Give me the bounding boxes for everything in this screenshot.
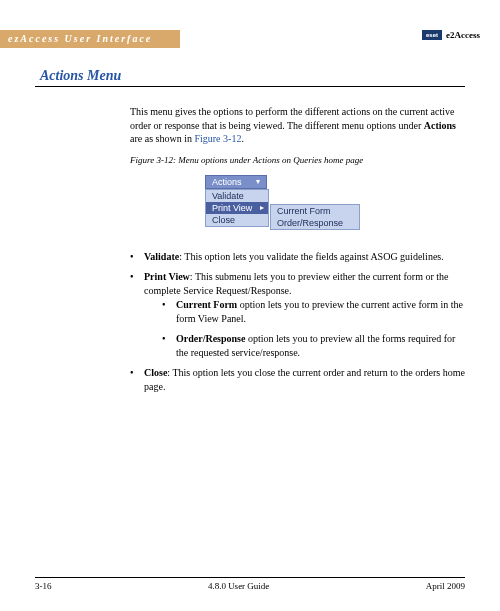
- figure-caption: Figure 3-12: Menu options under Actions …: [130, 155, 363, 165]
- sub-bullet-current-form: Current Form option lets you to preview …: [162, 298, 465, 326]
- menu-actions-label: Actions: [212, 177, 242, 187]
- footer-page: 3-16: [35, 581, 52, 591]
- footer: 3-16 4.8.0 User Guide April 2009: [35, 577, 465, 591]
- intro-text-b: are as shown in: [130, 133, 194, 144]
- submenu-order-response[interactable]: Order/Response: [271, 217, 359, 229]
- menu-item-print-view-label: Print View: [212, 203, 252, 213]
- logo: eset e2Access: [422, 30, 480, 40]
- bullet-print-view: Print View: This submenu lets you to pre…: [130, 270, 465, 360]
- bullet-close: Close: This option lets you close the cu…: [130, 366, 465, 394]
- sub-bullet-list: Current Form option lets you to preview …: [162, 298, 465, 360]
- bullet-close-text: : This option lets you close the current…: [144, 367, 465, 392]
- bullet-validate-text: : This option lets you validate the fiel…: [179, 251, 444, 262]
- intro-paragraph: This menu gives the options to perform t…: [130, 105, 465, 146]
- submenu: Current Form Order/Response: [270, 204, 360, 230]
- sub-bullet-order-response: Order/Response option lets you to previe…: [162, 332, 465, 360]
- bullet-list: Validate: This option lets you validate …: [130, 250, 465, 400]
- sub-bullet-current-form-bold: Current Form: [176, 299, 237, 310]
- menu-actions-button[interactable]: Actions ▾: [205, 175, 267, 189]
- bullet-validate: Validate: This option lets you validate …: [130, 250, 465, 264]
- section-title: Actions Menu: [40, 68, 121, 84]
- footer-center: 4.8.0 User Guide: [208, 581, 270, 591]
- menu-dropdown: Validate Print View ▸ Close Current Form…: [205, 189, 269, 227]
- header-band: ezAccess User Interface: [0, 30, 180, 48]
- menu-item-print-view[interactable]: Print View ▸: [206, 202, 268, 214]
- logo-text: e2Access: [446, 30, 480, 40]
- menu-item-validate[interactable]: Validate: [206, 190, 268, 202]
- chevron-down-icon: ▾: [256, 177, 260, 186]
- menu-figure: Actions ▾ Validate Print View ▸ Close Cu…: [205, 175, 269, 227]
- title-rule: [35, 86, 465, 87]
- chevron-right-icon: ▸: [260, 203, 264, 212]
- bullet-print-view-text: : This submenu lets you to preview eithe…: [144, 271, 448, 296]
- menu-item-close[interactable]: Close: [206, 214, 268, 226]
- footer-date: April 2009: [426, 581, 465, 591]
- intro-text-c: .: [241, 133, 244, 144]
- intro-text-a: This menu gives the options to perform t…: [130, 106, 454, 131]
- logo-icon: eset: [422, 30, 442, 40]
- intro-bold: Actions: [424, 120, 456, 131]
- submenu-current-form[interactable]: Current Form: [271, 205, 359, 217]
- figure-link[interactable]: Figure 3-12: [194, 133, 241, 144]
- sub-bullet-order-response-bold: Order/Response: [176, 333, 245, 344]
- bullet-close-bold: Close: [144, 367, 167, 378]
- bullet-validate-bold: Validate: [144, 251, 179, 262]
- bullet-print-view-bold: Print View: [144, 271, 190, 282]
